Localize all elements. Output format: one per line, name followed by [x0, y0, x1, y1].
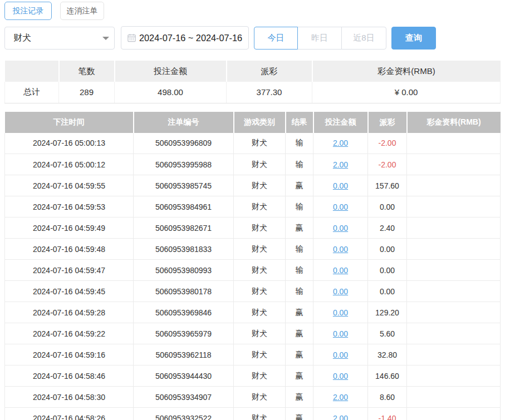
record-payout: -2.00: [368, 133, 407, 154]
record-bet-amount-cell: 2.00: [313, 154, 368, 175]
records-table: 下注时间 注单编号 游戏类别 结果 投注金额 派彩 彩金资料(RMB) 2024…: [4, 112, 501, 420]
record-result: 赢: [286, 408, 313, 420]
record-bet-id: 5060953985745: [134, 175, 234, 196]
record-row: 2024-07-16 04:59:53 5060953984961 财犬 输 0…: [5, 196, 501, 218]
bet-amount-link[interactable]: 0.00: [333, 245, 348, 254]
game-select[interactable]: 财犬: [4, 27, 115, 50]
summary-header-blank: [5, 61, 59, 82]
records-header-bonus: 彩金资料(RMB): [407, 112, 501, 133]
bet-amount-link[interactable]: 0.00: [333, 224, 348, 233]
record-result: 赢: [286, 323, 313, 344]
record-time: 2024-07-16 04:59:28: [5, 302, 134, 323]
record-bet-id: 5060953996809: [134, 133, 234, 154]
record-game-type: 财犬: [234, 133, 286, 154]
record-time: 2024-07-16 05:00:12: [5, 154, 134, 175]
bet-amount-link[interactable]: 0.00: [333, 266, 348, 275]
record-bonus: [407, 175, 501, 196]
record-game-type: 财犬: [234, 196, 286, 218]
bet-amount-link[interactable]: 0.00: [333, 202, 348, 211]
bet-amount-link[interactable]: 0.00: [333, 181, 348, 190]
yesterday-button[interactable]: 昨日: [298, 27, 342, 50]
bet-amount-link[interactable]: 0.00: [333, 329, 348, 338]
record-bonus: [407, 154, 501, 175]
bet-amount-link[interactable]: 0.00: [333, 350, 348, 359]
record-game-type: 财犬: [234, 260, 286, 281]
record-game-type: 财犬: [234, 239, 286, 260]
last-8-days-button[interactable]: 近8日: [341, 27, 386, 50]
record-game-type: 财犬: [234, 218, 286, 239]
record-payout: -1.40: [368, 408, 407, 420]
record-bet-amount-cell: 0.00: [313, 302, 368, 323]
record-time: 2024-07-16 04:58:46: [5, 365, 134, 387]
records-header-result: 结果: [286, 112, 313, 133]
bet-amount-link[interactable]: 2.00: [333, 414, 348, 420]
record-result: 赢: [286, 302, 313, 323]
record-bonus: [407, 323, 501, 344]
record-bet-id: 5060953995988: [134, 154, 234, 175]
record-bonus: [407, 344, 501, 365]
record-bonus: [407, 302, 501, 323]
record-bet-amount-cell: 0.00: [313, 196, 368, 218]
summary-total-bonus: ¥ 0.00: [312, 82, 501, 103]
record-result: 赢: [286, 175, 313, 196]
record-bet-id: 5060953984961: [134, 196, 234, 218]
bet-amount-link[interactable]: 2.00: [333, 139, 348, 147]
record-time: 2024-07-16 04:59:48: [5, 239, 134, 260]
bet-amount-link[interactable]: 0.00: [333, 372, 348, 381]
record-bonus: [407, 218, 501, 239]
record-bet-id: 5060953982671: [134, 218, 234, 239]
record-game-type: 财犬: [234, 175, 286, 196]
record-result: 输: [286, 239, 313, 260]
record-row: 2024-07-16 04:59:49 5060953982671 财犬 赢 0…: [5, 218, 501, 239]
record-game-type: 财犬: [234, 281, 286, 302]
record-bonus: [407, 408, 501, 420]
summary-header-count: 笔数: [59, 61, 115, 82]
records-header-bet-amount: 投注金额: [313, 112, 368, 133]
record-bet-id: 5060953969846: [134, 302, 234, 323]
record-bet-amount-cell: 0.00: [313, 175, 368, 196]
record-row: 2024-07-16 05:00:12 5060953995988 财犬 输 2…: [5, 154, 501, 175]
record-bonus: [407, 133, 501, 154]
records-header-row: 下注时间 注单编号 游戏类别 结果 投注金额 派彩 彩金资料(RMB): [5, 112, 501, 133]
summary-header-row: 笔数 投注金额 派彩 彩金资料(RMB): [5, 61, 501, 82]
tab-cancelled-bets[interactable]: 连消注单: [60, 2, 104, 20]
record-payout: 8.60: [368, 387, 407, 408]
game-select-value: 财犬: [5, 32, 31, 44]
bet-amount-link[interactable]: 0.00: [333, 308, 348, 317]
record-row: 2024-07-16 04:59:47 5060953980993 财犬 输 0…: [5, 260, 501, 281]
date-range-picker[interactable]: 2024-07-16 ~ 2024-07-16: [121, 26, 249, 50]
summary-total-bet-amount: 498.00: [115, 82, 227, 103]
records-header-payout: 派彩: [368, 112, 407, 133]
records-header-bet-id: 注单编号: [134, 112, 234, 133]
summary-header-bet-amount: 投注金额: [115, 61, 227, 82]
query-button[interactable]: 查询: [391, 27, 436, 50]
record-payout: 5.60: [368, 323, 407, 344]
record-bet-amount-cell: 2.00: [313, 408, 368, 420]
summary-header-payout: 派彩: [227, 61, 312, 82]
record-game-type: 财犬: [234, 323, 286, 344]
bet-amount-link[interactable]: 0.00: [333, 287, 348, 296]
today-button[interactable]: 今日: [254, 27, 298, 50]
record-result: 输: [286, 281, 313, 302]
bet-amount-link[interactable]: 2.00: [333, 393, 348, 402]
record-time: 2024-07-16 04:59:55: [5, 175, 134, 196]
chevron-down-icon: [102, 37, 109, 40]
tab-bet-records[interactable]: 投注记录: [4, 2, 52, 20]
record-bet-amount-cell: 0.00: [313, 260, 368, 281]
record-game-type: 财犬: [234, 365, 286, 387]
summary-total-label: 总计: [5, 82, 59, 103]
record-time: 2024-07-16 04:59:16: [5, 344, 134, 365]
record-game-type: 财犬: [234, 344, 286, 365]
bet-amount-link[interactable]: 2.00: [333, 160, 348, 169]
record-game-type: 财犬: [234, 408, 286, 420]
record-time: 2024-07-16 04:59:45: [5, 281, 134, 302]
record-row: 2024-07-16 04:59:55 5060953985745 财犬 赢 0…: [5, 175, 501, 196]
record-bet-id: 5060953980178: [134, 281, 234, 302]
record-payout: 0.00: [368, 281, 407, 302]
record-bet-amount-cell: 0.00: [313, 344, 368, 365]
record-row: 2024-07-16 04:59:22 5060953965979 财犬 赢 0…: [5, 323, 501, 344]
record-bonus: [407, 260, 501, 281]
summary-total-payout: 377.30: [227, 82, 312, 103]
record-bonus: [407, 387, 501, 408]
record-result: 输: [286, 196, 313, 218]
